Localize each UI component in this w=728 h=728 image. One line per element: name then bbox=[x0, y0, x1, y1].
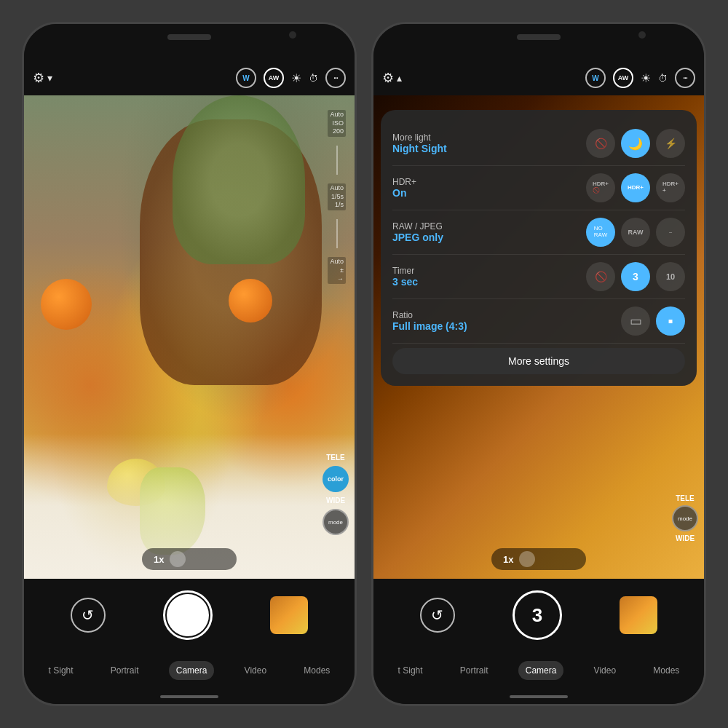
left-header-left: ⚙ ▾ bbox=[33, 70, 52, 86]
phone-speaker bbox=[167, 34, 211, 40]
right-home-bar bbox=[510, 695, 568, 698]
nav-tab-camera[interactable]: Camera bbox=[169, 661, 215, 680]
right-nav-tab-modes[interactable]: Modes bbox=[646, 661, 687, 680]
shutter-button[interactable] bbox=[163, 590, 213, 640]
hdr-label-group: HDR+ On bbox=[392, 177, 580, 199]
ratio-title: Ratio bbox=[392, 310, 615, 320]
ratio-row: Ratio Full image (4:3) ▭ ▪ bbox=[392, 299, 685, 344]
raw-btn[interactable]: RAW bbox=[621, 218, 650, 247]
orange-2 bbox=[229, 279, 272, 323]
hdr-on-btn[interactable]: HDR+ bbox=[621, 173, 650, 202]
right-zoom-level: 1x bbox=[503, 554, 513, 565]
color-button[interactable]: color bbox=[323, 466, 349, 492]
raw-jpeg-btn[interactable]: ~ bbox=[656, 218, 685, 247]
left-phone-top-bar bbox=[24, 24, 355, 60]
camera-settings-icon[interactable]: ⚙ bbox=[33, 70, 44, 86]
flash-off-btn[interactable]: 🚫 bbox=[586, 129, 615, 158]
ratio-options: ▭ ▪ bbox=[621, 306, 685, 336]
night-sight-label-group: More light Night Sight bbox=[392, 132, 580, 154]
sun-icon[interactable]: ☀ bbox=[291, 71, 301, 85]
color-label: color bbox=[328, 475, 344, 483]
flip-camera-button[interactable]: ↺ bbox=[71, 598, 106, 633]
mode-button[interactable]: mode bbox=[323, 509, 349, 535]
right-nav-tab-camera[interactable]: Camera bbox=[518, 661, 564, 680]
zoom-level: 1x bbox=[154, 554, 164, 565]
right-nav-tab-night-sight[interactable]: t Sight bbox=[391, 661, 430, 680]
right-zoom-bar[interactable]: 1x bbox=[491, 548, 586, 570]
right-nav-tab-portrait[interactable]: Portrait bbox=[453, 661, 496, 680]
gallery-thumb-image bbox=[270, 596, 308, 634]
rotate-icon: ↺ bbox=[82, 606, 94, 624]
raw-jpeg-row: RAW / JPEG JPEG only NORAW RAW ~ bbox=[392, 210, 685, 255]
right-nav-tab-video[interactable]: Video bbox=[587, 661, 623, 680]
ratio-full-btn[interactable]: ▭ bbox=[621, 306, 650, 336]
timer-10s-btn[interactable]: 10 bbox=[656, 262, 685, 291]
cam-right-labels: AutoISO200 Auto1/5s1/s Auto±→ bbox=[328, 110, 346, 284]
right-tele-label[interactable]: TELE bbox=[676, 494, 695, 502]
timer-value: 3 sec bbox=[392, 276, 580, 288]
jpeg-only-btn[interactable]: NORAW bbox=[586, 218, 615, 247]
nav-tab-video[interactable]: Video bbox=[237, 661, 274, 680]
right-chevron-up-icon[interactable]: ▴ bbox=[397, 72, 402, 84]
tele-label[interactable]: TELE bbox=[326, 454, 345, 462]
right-phone-speaker bbox=[517, 34, 561, 40]
right-phone-camera-dot bbox=[638, 31, 646, 39]
right-aw-button[interactable]: AW bbox=[613, 68, 633, 88]
iso-label: AutoISO200 bbox=[328, 110, 346, 137]
night-sight-row: More light Night Sight 🚫 🌙 ⚡ bbox=[392, 122, 685, 166]
nav-tab-night-sight[interactable]: t Sight bbox=[41, 661, 81, 680]
hdr-options: HDR+🚫 HDR+ HDR++ bbox=[586, 173, 685, 202]
night-sight-btn[interactable]: 🌙 bbox=[621, 129, 650, 158]
right-more-options-button[interactable]: ··· bbox=[675, 68, 695, 88]
more-settings-button[interactable]: More settings bbox=[392, 348, 685, 374]
gallery-thumbnail[interactable]: ▲ bbox=[270, 596, 308, 634]
right-sun-icon[interactable]: ☀ bbox=[641, 71, 651, 85]
left-side-buttons: TELE color WIDE mode bbox=[323, 454, 349, 535]
wide-label[interactable]: WIDE bbox=[326, 496, 345, 505]
right-camera-settings-icon[interactable]: ⚙ bbox=[382, 70, 394, 86]
right-rotate-icon: ↺ bbox=[431, 606, 443, 624]
hdr-value: On bbox=[392, 187, 580, 199]
hdr-off-btn[interactable]: HDR+🚫 bbox=[586, 173, 615, 202]
right-gallery-thumbnail[interactable] bbox=[620, 596, 657, 634]
left-viewfinder[interactable]: AutoISO200 Auto1/5s1/s Auto±→ TELE color… bbox=[24, 95, 355, 579]
hdr-enhanced-btn[interactable]: HDR++ bbox=[656, 173, 685, 202]
night-sight-value: Night Sight bbox=[392, 143, 580, 154]
hdr-title: HDR+ bbox=[392, 177, 580, 187]
right-timer-icon[interactable]: ⏱ bbox=[658, 73, 668, 84]
right-shutter-timer-button[interactable]: 3 bbox=[513, 590, 562, 640]
phone-camera-dot bbox=[289, 31, 296, 39]
right-wb-button[interactable]: W bbox=[585, 68, 606, 88]
left-phone: ⚙ ▾ W AW ☀ ⏱ ··· bbox=[22, 22, 357, 706]
left-header-right: W AW ☀ ⏱ ··· bbox=[236, 68, 346, 88]
ratio-43-btn[interactable]: ▪ bbox=[656, 306, 685, 336]
aw-button[interactable]: AW bbox=[264, 68, 284, 88]
right-home-indicator bbox=[373, 689, 704, 704]
right-mode-button[interactable]: mode bbox=[672, 505, 698, 531]
right-viewfinder[interactable]: More light Night Sight 🚫 🌙 ⚡ HDR+ On HDR… bbox=[373, 95, 704, 579]
home-bar bbox=[160, 695, 218, 698]
left-zoom-bar[interactable]: 1x bbox=[142, 548, 237, 570]
timer-title: Timer bbox=[392, 266, 580, 276]
nav-tab-portrait[interactable]: Portrait bbox=[103, 661, 146, 680]
right-wide-label[interactable]: WIDE bbox=[676, 534, 695, 542]
shutter-inner bbox=[167, 594, 209, 636]
more-options-button[interactable]: ··· bbox=[325, 68, 346, 88]
flash-on-btn[interactable]: ⚡ bbox=[656, 129, 685, 158]
right-flip-camera-button[interactable]: ↺ bbox=[420, 598, 455, 633]
chevron-down-icon[interactable]: ▾ bbox=[47, 72, 52, 84]
wb-button[interactable]: W bbox=[236, 68, 256, 88]
night-sight-options: 🚫 🌙 ⚡ bbox=[586, 129, 685, 158]
right-cam-header: ⚙ ▴ W AW ☀ ⏱ ··· bbox=[373, 60, 704, 95]
timer-3s-btn[interactable]: 3 bbox=[621, 262, 650, 291]
shutter-label: Auto1/5s1/s bbox=[328, 183, 346, 210]
ev-label: Auto±→ bbox=[328, 257, 346, 284]
timer-icon[interactable]: ⏱ bbox=[309, 73, 318, 84]
raw-jpeg-title: RAW / JPEG bbox=[392, 221, 580, 232]
nav-tab-modes[interactable]: Modes bbox=[296, 661, 337, 680]
right-phone-top-bar bbox=[373, 24, 704, 60]
right-zoom-slider-dot[interactable] bbox=[519, 551, 535, 567]
timer-countdown: 3 bbox=[532, 604, 542, 627]
timer-off-btn[interactable]: 🚫 bbox=[586, 262, 615, 291]
zoom-slider-dot[interactable] bbox=[170, 551, 186, 567]
